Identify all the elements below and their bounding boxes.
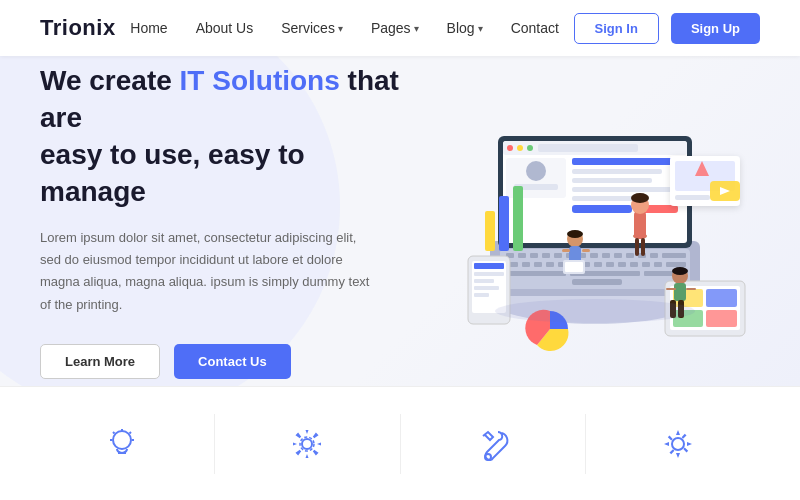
svg-rect-6 <box>542 253 550 258</box>
hero-highlight: IT Solutions <box>180 65 340 96</box>
nav-item-home[interactable]: Home <box>130 19 167 37</box>
svg-rect-55 <box>675 195 710 200</box>
card-item-2 <box>215 420 399 468</box>
chevron-down-icon: ▾ <box>338 23 343 34</box>
svg-rect-30 <box>666 262 686 267</box>
iso-scene <box>410 81 750 361</box>
svg-rect-78 <box>641 238 645 256</box>
wrench-icon <box>469 420 517 468</box>
svg-rect-50 <box>572 205 632 213</box>
svg-rect-19 <box>534 262 542 267</box>
svg-rect-62 <box>474 272 504 276</box>
svg-point-87 <box>672 267 688 275</box>
contact-us-button[interactable]: Contact Us <box>174 344 291 379</box>
svg-point-106 <box>672 438 684 450</box>
svg-rect-26 <box>618 262 626 267</box>
svg-rect-84 <box>562 249 570 252</box>
svg-rect-48 <box>572 187 672 192</box>
svg-rect-56 <box>485 211 495 251</box>
svg-rect-41 <box>538 144 638 152</box>
hero-content: We create IT Solutions that areeasy to u… <box>40 63 400 378</box>
learn-more-button[interactable]: Learn More <box>40 344 160 379</box>
svg-rect-5 <box>530 253 538 258</box>
svg-rect-89 <box>666 288 676 290</box>
svg-rect-10 <box>590 253 598 258</box>
hero-section: We create IT Solutions that areeasy to u… <box>0 56 800 386</box>
svg-point-103 <box>302 439 312 449</box>
card-item-4 <box>586 420 770 468</box>
svg-rect-83 <box>565 262 583 272</box>
nav-item-about[interactable]: About Us <box>196 19 254 37</box>
svg-rect-27 <box>630 262 638 267</box>
svg-rect-18 <box>522 262 530 267</box>
gear-cog-icon <box>283 420 331 468</box>
chevron-down-icon: ▾ <box>414 23 419 34</box>
svg-point-105 <box>485 454 491 460</box>
svg-rect-61 <box>474 263 504 269</box>
svg-rect-25 <box>606 262 614 267</box>
svg-rect-71 <box>706 310 737 327</box>
svg-rect-63 <box>474 279 494 283</box>
bottom-section <box>0 386 800 500</box>
svg-line-99 <box>113 432 115 434</box>
hero-illustration <box>400 56 760 386</box>
nav-item-services[interactable]: Services ▾ <box>281 20 343 36</box>
svg-rect-47 <box>572 178 652 183</box>
svg-rect-20 <box>546 262 554 267</box>
svg-rect-85 <box>582 249 590 252</box>
settings-icon <box>654 420 702 468</box>
hero-description: Lorem ipsum dolor sit amet, consectetur … <box>40 227 370 315</box>
svg-point-39 <box>517 145 523 151</box>
card-item-1 <box>30 420 214 468</box>
svg-point-80 <box>567 230 583 238</box>
signup-button[interactable]: Sign Up <box>671 13 760 44</box>
svg-rect-12 <box>614 253 622 258</box>
nav-item-contact[interactable]: Contact <box>511 19 559 37</box>
svg-point-96 <box>113 431 131 449</box>
svg-rect-88 <box>674 283 686 301</box>
svg-rect-15 <box>650 253 658 258</box>
svg-rect-11 <box>602 253 610 258</box>
svg-rect-90 <box>686 288 696 290</box>
svg-rect-24 <box>594 262 602 267</box>
svg-rect-7 <box>554 253 562 258</box>
svg-rect-29 <box>654 262 662 267</box>
navbar: Trionix Home About Us Services ▾ Pages ▾… <box>0 0 800 56</box>
nav-item-pages[interactable]: Pages ▾ <box>371 20 419 36</box>
svg-rect-31 <box>506 271 566 276</box>
svg-rect-34 <box>572 279 622 285</box>
svg-rect-57 <box>499 196 509 251</box>
svg-rect-58 <box>513 186 523 251</box>
svg-point-95 <box>495 299 695 323</box>
nav-links: Home About Us Services ▾ Pages ▾ Blog ▾ … <box>130 19 559 37</box>
chevron-down-icon: ▾ <box>478 23 483 34</box>
svg-rect-13 <box>626 253 634 258</box>
svg-rect-4 <box>518 253 526 258</box>
svg-rect-65 <box>474 293 489 297</box>
svg-rect-28 <box>642 262 650 267</box>
svg-point-76 <box>631 193 649 203</box>
svg-point-40 <box>527 145 533 151</box>
svg-rect-69 <box>706 289 737 307</box>
hero-title: We create IT Solutions that areeasy to u… <box>40 63 400 211</box>
svg-point-43 <box>526 161 546 181</box>
svg-line-100 <box>130 432 132 434</box>
svg-rect-77 <box>635 238 639 256</box>
signin-button[interactable]: Sign In <box>574 13 659 44</box>
nav-actions: Sign In Sign Up <box>574 13 760 44</box>
logo: Trionix <box>40 15 116 41</box>
hero-buttons: Learn More Contact Us <box>40 344 400 379</box>
hero-svg <box>410 81 750 361</box>
svg-point-38 <box>507 145 513 151</box>
nav-item-blog[interactable]: Blog ▾ <box>447 20 483 36</box>
svg-rect-16 <box>662 253 686 258</box>
svg-rect-45 <box>572 158 684 165</box>
svg-rect-46 <box>572 169 662 174</box>
svg-rect-64 <box>474 286 499 290</box>
card-item-3 <box>401 420 585 468</box>
svg-rect-74 <box>634 211 646 239</box>
bulb-icon <box>98 420 146 468</box>
